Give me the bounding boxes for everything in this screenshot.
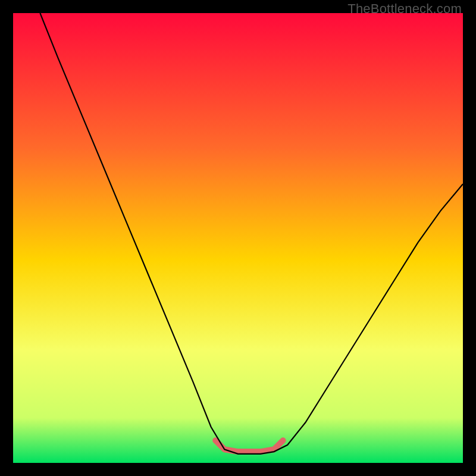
chart-frame: TheBottleneck.com (0, 0, 476, 476)
bottleneck-curve (40, 13, 463, 454)
plot-area (13, 13, 463, 463)
curve-layer (13, 13, 463, 463)
